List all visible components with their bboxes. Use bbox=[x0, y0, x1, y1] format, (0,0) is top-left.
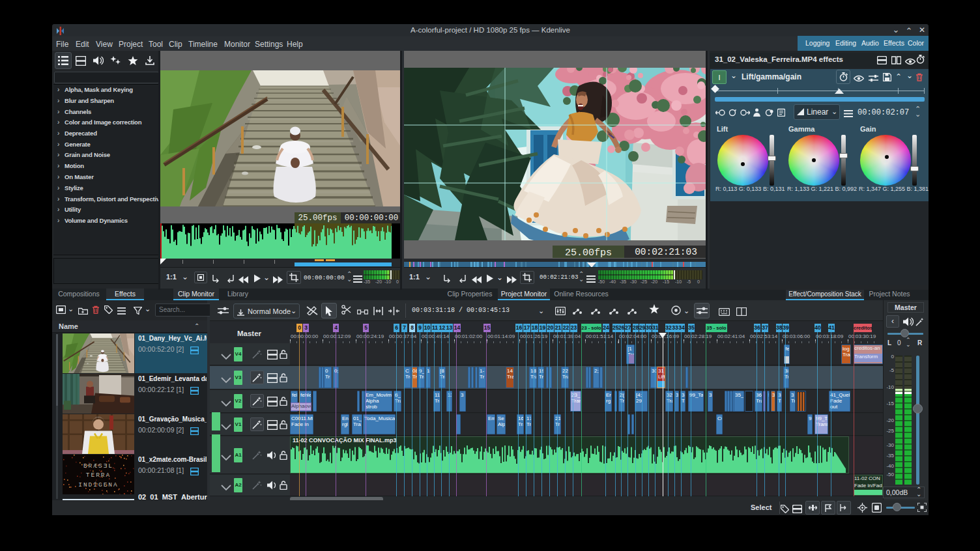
svg-text:TERRA: TERRA bbox=[86, 472, 111, 479]
svg-text:INDÍGENA: INDÍGENA bbox=[78, 481, 119, 488]
svg-text:BRÆSƎL: BRÆSƎL bbox=[83, 462, 113, 470]
